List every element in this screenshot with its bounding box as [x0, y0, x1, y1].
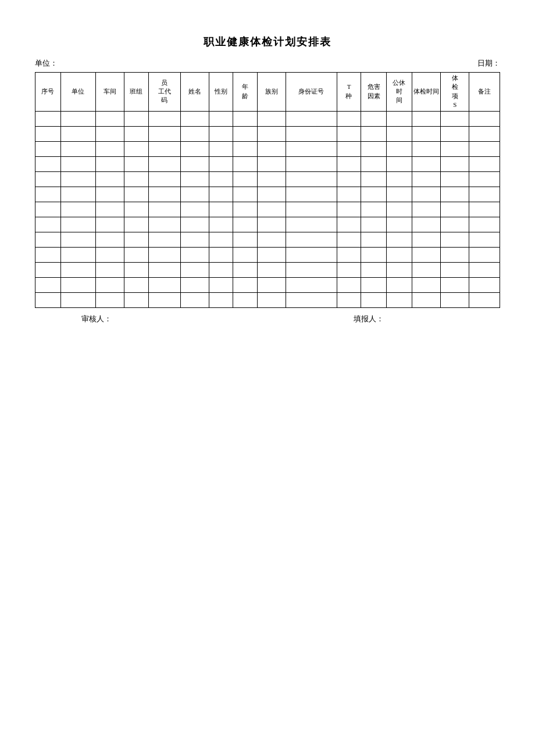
table-cell [286, 247, 337, 262]
table-cell [60, 171, 95, 187]
table-cell [233, 262, 258, 277]
table-row [35, 156, 500, 171]
table-cell [124, 171, 149, 187]
table-cell [469, 111, 500, 126]
table-cell [35, 262, 61, 277]
table-cell [441, 111, 469, 126]
table-row [35, 187, 500, 202]
table-row [35, 232, 500, 247]
table-cell [469, 171, 500, 187]
table-body [35, 111, 500, 307]
table-cell [180, 277, 209, 292]
table-cell [361, 217, 387, 232]
header-row: 序号 单位 车间 班组 员工代码 姓名 性别 年龄 [35, 73, 500, 112]
table-cell [337, 156, 361, 171]
table-cell [387, 232, 412, 247]
table-cell [148, 156, 180, 171]
table-cell [361, 247, 387, 262]
table-cell [180, 262, 209, 277]
table-cell [387, 262, 412, 277]
header-xuhao: 序号 [35, 73, 61, 112]
table-cell [95, 247, 124, 262]
unit-field: 单位： [35, 58, 58, 69]
table-cell [469, 141, 500, 156]
table-cell [209, 247, 233, 262]
table-cell [180, 156, 209, 171]
table-cell [180, 292, 209, 307]
header-weihaiyinsu: 危害因素 [361, 73, 387, 112]
table-cell [337, 187, 361, 202]
table-cell [441, 141, 469, 156]
table-cell [95, 156, 124, 171]
table-cell [286, 171, 337, 187]
table-cell [387, 217, 412, 232]
table-row [35, 111, 500, 126]
table-cell [441, 247, 469, 262]
main-table: 序号 单位 车间 班组 员工代码 姓名 性别 年龄 [35, 72, 500, 308]
table-row [35, 277, 500, 292]
header-xingbie: 性别 [209, 73, 233, 112]
table-cell [35, 126, 61, 141]
table-cell [337, 202, 361, 217]
table-cell [387, 141, 412, 156]
table-cell [387, 171, 412, 187]
table-cell [95, 262, 124, 277]
table-cell [441, 292, 469, 307]
table-cell [180, 247, 209, 262]
table-cell [412, 217, 440, 232]
date-field: 日期： [477, 58, 500, 69]
table-cell [286, 292, 337, 307]
table-cell [95, 187, 124, 202]
table-cell [286, 202, 337, 217]
table-cell [441, 277, 469, 292]
table-cell [180, 171, 209, 187]
table-cell [124, 156, 149, 171]
table-cell [469, 126, 500, 141]
table-cell [60, 141, 95, 156]
auditor-label: 审核人： [81, 314, 112, 323]
table-cell [148, 262, 180, 277]
table-cell [60, 111, 95, 126]
table-row [35, 171, 500, 187]
table-row [35, 292, 500, 307]
table-cell [387, 111, 412, 126]
unit-label: 单位： [35, 58, 58, 69]
table-cell [286, 277, 337, 292]
table-cell [148, 111, 180, 126]
table-cell [233, 232, 258, 247]
table-cell [361, 187, 387, 202]
table-cell [469, 202, 500, 217]
table-cell [441, 171, 469, 187]
table-cell [60, 277, 95, 292]
table-cell [387, 292, 412, 307]
table-cell [124, 292, 149, 307]
reporter-label: 填报人： [354, 314, 384, 323]
table-cell [361, 292, 387, 307]
table-cell [257, 292, 286, 307]
page: 职业健康体检计划安排表 单位： 日期： 序号 单位 车间 班组 [0, 0, 535, 756]
table-cell [469, 217, 500, 232]
table-row [35, 202, 500, 217]
table-cell [469, 247, 500, 262]
table-cell [441, 232, 469, 247]
table-cell [124, 126, 149, 141]
table-cell [412, 141, 440, 156]
table-cell [286, 156, 337, 171]
table-cell [148, 141, 180, 156]
table-cell [286, 232, 337, 247]
table-cell [469, 187, 500, 202]
table-cell [441, 187, 469, 202]
table-cell [337, 126, 361, 141]
table-cell [257, 141, 286, 156]
table-cell [337, 277, 361, 292]
table-cell [148, 187, 180, 202]
table-cell [257, 247, 286, 262]
table-cell [35, 202, 61, 217]
table-cell [180, 217, 209, 232]
header-chejian: 车间 [95, 73, 124, 112]
header-danwei: 单位 [60, 73, 95, 112]
header-yuangong: 员工代码 [148, 73, 180, 112]
table-cell [337, 232, 361, 247]
table-cell [441, 156, 469, 171]
table-cell [257, 126, 286, 141]
